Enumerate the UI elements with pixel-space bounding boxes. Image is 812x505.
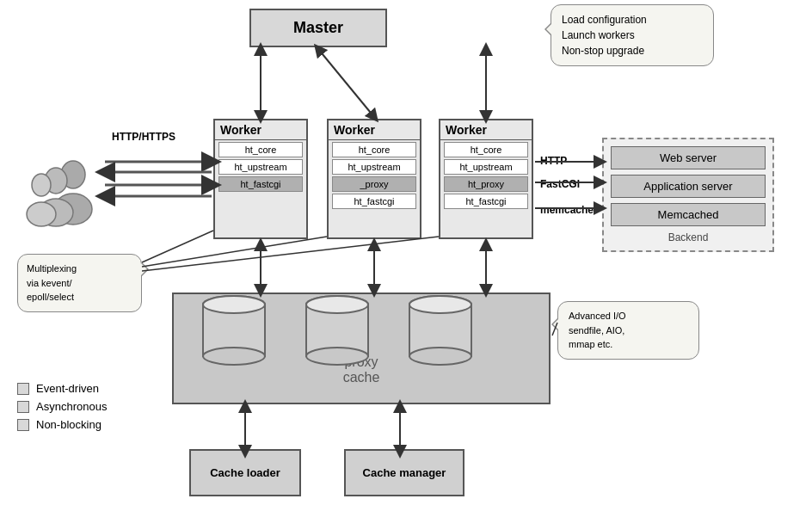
- http-label: HTTP: [540, 155, 567, 167]
- legend-item-async: Asynchronous: [17, 400, 107, 413]
- legend: Event-driven Asynchronous Non-blocking: [17, 382, 107, 436]
- fastcgi-label: FastCGI: [540, 178, 580, 190]
- master-bubble-line2: Launch workers: [562, 28, 703, 43]
- worker3-module-ht-proxy: ht_proxy: [444, 176, 528, 192]
- legend-item-event-driven: Event-driven: [17, 382, 107, 395]
- svg-point-17: [409, 296, 471, 313]
- worker1-module-ht-fastcgi: ht_fastcgi: [218, 176, 303, 192]
- aio-bubble: Advanced I/Osendfile, AIO,mmap etc.: [557, 301, 699, 360]
- db-cylinder-1: [200, 294, 268, 372]
- legend-square-1: [17, 383, 29, 395]
- worker1-module-ht-upstream: ht_upstream: [218, 159, 303, 175]
- svg-point-8: [203, 348, 265, 365]
- svg-point-12: [306, 348, 368, 365]
- cache-manager-box: Cache manager: [344, 449, 464, 496]
- master-bubble-line3: Non-stop upgrade: [562, 43, 703, 59]
- worker3-module-ht-core: ht_core: [444, 142, 528, 157]
- svg-point-9: [203, 296, 265, 313]
- arrows-overlay: [0, 0, 812, 505]
- worker3-title: Worker: [440, 120, 532, 140]
- app-server-item: Application server: [611, 175, 766, 198]
- legend-label-1: Event-driven: [36, 382, 99, 395]
- svg-point-13: [306, 296, 368, 313]
- worker2-module-ht-upstream: ht_upstream: [332, 159, 416, 175]
- aio-text: Advanced I/Osendfile, AIO,mmap etc.: [569, 311, 626, 349]
- svg-line-34: [142, 237, 327, 267]
- worker1-module-ht-core: ht_core: [218, 142, 303, 157]
- master-label: Master: [293, 19, 343, 37]
- db-cylinder-2: [303, 294, 372, 372]
- master-bubble-line1: Load configuration: [562, 12, 703, 28]
- cache-loader-box: Cache loader: [189, 449, 301, 496]
- master-bubble: Load configuration Launch workers Non-st…: [551, 4, 714, 66]
- worker3-module-ht-upstream: ht_upstream: [444, 159, 528, 175]
- web-server-item: Web server: [611, 146, 766, 169]
- db-cylinder-3: [406, 294, 475, 372]
- worker3-box: Worker ht_core ht_upstream ht_proxy ht_f…: [439, 119, 533, 239]
- svg-point-16: [409, 348, 471, 365]
- cache-manager-label: Cache manager: [363, 466, 446, 479]
- worker2-module-proxy: _proxy: [332, 176, 416, 192]
- svg-line-33: [142, 231, 213, 262]
- svg-line-35: [142, 237, 439, 271]
- multiplex-bubble: Multiplexingvia kevent/epoll/select: [17, 254, 142, 312]
- svg-line-19: [318, 49, 374, 117]
- legend-label-3: Non-blocking: [36, 418, 102, 431]
- worker2-box: Worker ht_core ht_upstream _proxy ht_fas…: [327, 119, 421, 239]
- worker2-title: Worker: [329, 120, 420, 140]
- users-icon: [26, 151, 103, 228]
- worker3-module-ht-fastcgi: ht_fastcgi: [444, 194, 528, 209]
- cache-loader-label: Cache loader: [210, 466, 280, 479]
- worker1-title: Worker: [215, 120, 306, 140]
- worker2-module-ht-fastcgi: ht_fastcgi: [332, 194, 416, 209]
- legend-item-nonblocking: Non-blocking: [17, 418, 107, 431]
- legend-square-3: [17, 419, 29, 431]
- svg-point-4: [32, 174, 51, 196]
- architecture-diagram: Master Load configuration Launch workers…: [0, 0, 812, 505]
- master-box: Master: [249, 9, 387, 47]
- http-https-label: HTTP/HTTPS: [112, 131, 175, 143]
- worker1-box: Worker ht_core ht_upstream ht_fastcgi: [213, 119, 308, 239]
- worker2-module-ht-core: ht_core: [332, 142, 416, 157]
- legend-label-2: Asynchronous: [36, 400, 107, 413]
- svg-point-5: [27, 202, 56, 226]
- backend-label: Backend: [611, 231, 766, 243]
- legend-square-2: [17, 401, 29, 413]
- multiplex-text: Multiplexingvia kevent/epoll/select: [27, 263, 77, 302]
- backend-box: Web server Application server Memcached …: [602, 138, 774, 252]
- memcached-item: Memcached: [611, 203, 766, 226]
- memcache-label: memcache: [540, 204, 594, 216]
